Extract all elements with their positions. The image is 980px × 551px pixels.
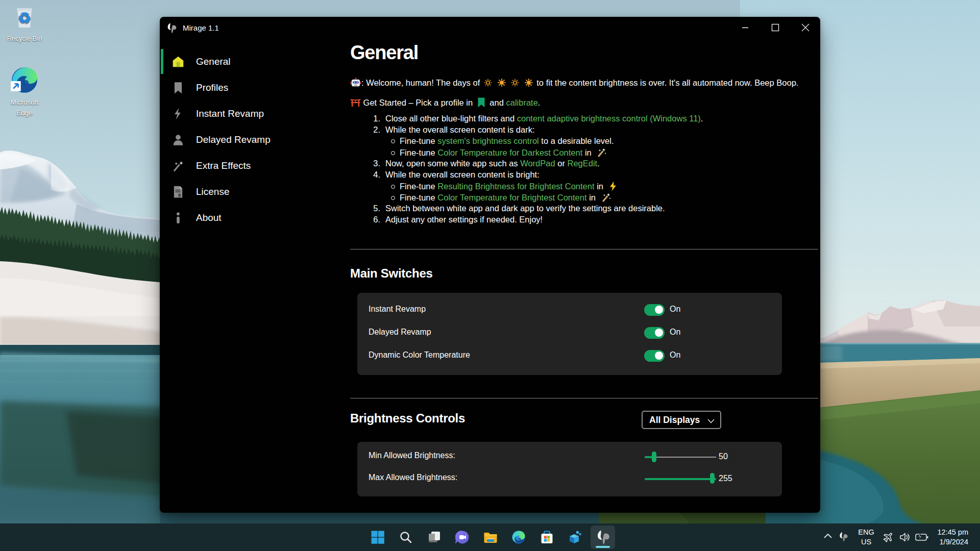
- svg-text:♻: ♻: [18, 10, 32, 27]
